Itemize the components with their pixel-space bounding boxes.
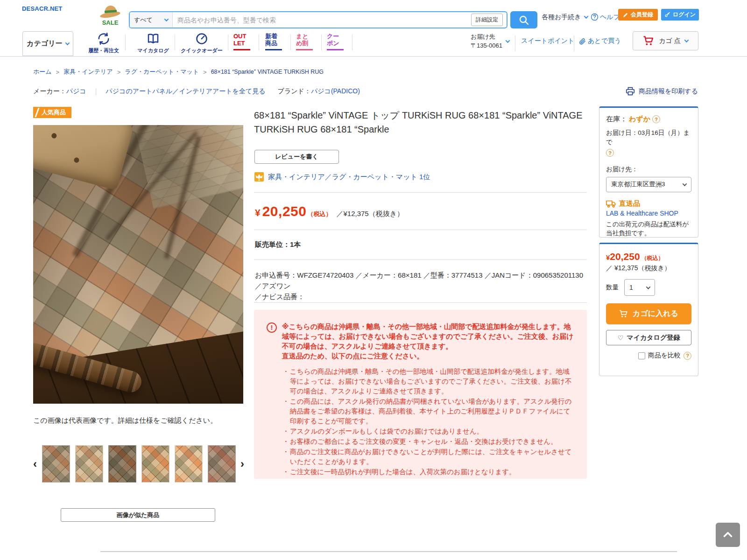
ranking-link[interactable]: 家具・インテリア／ラグ・カーペット・マット 1位	[268, 173, 430, 182]
breadcrumb: ホーム > 家具・インテリア > ラグ・カーペット・マット > 68×181 “…	[33, 68, 324, 76]
divider	[0, 56, 747, 57]
see-all-link[interactable]: パジコのアートパネル／インテリアアートを全て見る	[106, 87, 265, 96]
nav-item-new-products[interactable]: 新着 商品	[265, 33, 286, 50]
advanced-search-button[interactable]: 詳細設定	[471, 14, 503, 26]
divider	[352, 35, 352, 50]
breadcrumb-rug-category[interactable]: ラグ・カーペット・マット	[125, 68, 199, 76]
chevron-down-icon	[506, 38, 510, 43]
buy-later-label: あとで買う	[588, 37, 621, 45]
sales-unit: 販売単位：1本	[255, 240, 301, 249]
similar-image-button[interactable]: 画像が似た商品	[61, 508, 215, 522]
sweet-point-link[interactable]: スイートポイント	[521, 37, 574, 45]
delivery-date-label: お届け日：	[606, 129, 638, 136]
register-button[interactable]: 会員登録	[618, 9, 658, 21]
help-label: ヘルプ	[600, 13, 620, 21]
search-input[interactable]	[173, 16, 471, 24]
product-thumbnail[interactable]	[141, 445, 169, 483]
nav-quick-order-label: クイックオーダー	[181, 47, 223, 54]
cart-label: カゴ 点	[659, 37, 681, 45]
divider	[515, 35, 515, 51]
procedures-menu[interactable]: 各種お手続き	[542, 11, 588, 23]
outlet-label-line1: OUT	[233, 33, 254, 40]
product-thumbnail[interactable]	[175, 445, 203, 483]
category-menu-button[interactable]: カテゴリー	[22, 31, 73, 56]
login-button[interactable]: ログイン	[661, 9, 699, 21]
product-thumbnail[interactable]	[108, 445, 136, 483]
product-thumbnail[interactable]	[75, 445, 103, 483]
maker-link[interactable]: パジコ	[66, 87, 86, 96]
delivery-help-icon[interactable]: ?	[606, 149, 614, 157]
shop-link[interactable]: LAB & Healthcare SHOP	[606, 210, 691, 217]
help-link[interactable]: ヘルプ	[591, 11, 620, 23]
delivery-address-selector[interactable]: お届け先 〒135-0061	[471, 33, 509, 50]
reorder-icon	[97, 32, 111, 46]
thumbnail-prev-icon[interactable]: ‹	[33, 458, 37, 469]
ship-to-label: お届け先：	[606, 165, 691, 174]
cart-icon	[643, 35, 655, 46]
warning-bullet: お客様のご都合によるご注文後の変更・キャンセル・返品・交換はお受けできません。	[282, 437, 574, 447]
category-label: カテゴリー	[27, 39, 62, 48]
write-review-button[interactable]: レビューを書く	[254, 150, 339, 164]
scroll-to-top-button[interactable]	[716, 523, 740, 547]
compare-checkbox[interactable]	[638, 352, 645, 359]
product-codes: お申込番号：WFZGE74720403 ／メーカー：68×181 ／型番：377…	[255, 270, 588, 302]
thumbnail-next-icon[interactable]: ›	[240, 458, 244, 469]
nav-item-coupon[interactable]: クー ポン	[327, 33, 347, 50]
underline	[296, 49, 313, 50]
quantity-label: 数量	[606, 283, 619, 292]
search-bar: すべて 詳細設定	[129, 11, 507, 28]
matome-label-line2: め割	[296, 40, 317, 47]
cart-button[interactable]: カゴ 点	[633, 31, 698, 50]
search-icon	[518, 14, 529, 26]
search-button[interactable]	[510, 11, 537, 28]
compare-label: 商品を比較	[648, 351, 681, 360]
sale-campaign-icon[interactable]: SALE	[97, 6, 123, 26]
my-catalog-button[interactable]: ♡ マイカタログ登録	[606, 330, 691, 345]
new-label-line2: 商品	[265, 40, 286, 47]
coupon-label-line2: ポン	[327, 40, 347, 47]
underline	[265, 49, 282, 50]
stock-label: 在庫：	[606, 115, 627, 124]
brand-link[interactable]: パジコ(PADICO)	[311, 87, 360, 96]
product-main-image[interactable]	[33, 125, 243, 404]
print-product-info-link[interactable]: 商品情報を印刷する	[626, 87, 698, 96]
add-to-cart-button[interactable]: カゴに入れる	[606, 303, 691, 324]
printer-icon	[626, 87, 635, 96]
quantity-select[interactable]: 1	[624, 279, 655, 296]
heart-icon: ♡	[618, 334, 624, 342]
stock-help-icon[interactable]: ?	[652, 115, 660, 123]
ranking-row: 1 家具・インテリア／ラグ・カーペット・マット 1位	[254, 172, 430, 182]
thumbnail-strip: ‹ ›	[33, 444, 244, 485]
nav-item-outlet[interactable]: OUT LET	[233, 33, 254, 50]
sidebar-price-value: 20,250	[610, 251, 640, 262]
nav-item-history[interactable]: 履歴・再注文	[79, 32, 128, 54]
warning-bullet: 商品のご注文後に商品がお届けできないことが判明した際には、ご注文をキャンセルさせ…	[282, 447, 574, 467]
delivery-text: お届け先 〒135-0061	[471, 33, 502, 50]
compare-help-icon[interactable]: ?	[684, 352, 691, 360]
direct-shipping-row: 直送品	[606, 199, 691, 208]
divider	[125, 35, 126, 50]
nav-item-quick-order[interactable]: クイックオーダー	[177, 32, 226, 54]
chevron-down-icon	[164, 17, 169, 21]
nav-item-bundle-discount[interactable]: まと め割	[296, 33, 317, 50]
breadcrumb-furniture[interactable]: 家具・インテリア	[63, 68, 113, 76]
search-scope-select[interactable]: すべて	[130, 12, 173, 28]
product-thumbnail[interactable]	[208, 445, 236, 483]
warning-intro-text: ※こちらの商品は沖縄県・離島・その他一部地域・山間部で配送追加料金が発生します。…	[282, 322, 574, 350]
search-scope-value: すべて	[134, 16, 153, 24]
paperclip-icon	[579, 38, 586, 45]
nav-item-my-catalog[interactable]: マイカタログ	[129, 32, 177, 54]
buy-later-link[interactable]: あとで買う	[579, 37, 621, 45]
delivery-date-row: お届け日：03月16日（月）まで ?	[606, 128, 691, 158]
key-icon	[664, 12, 670, 18]
site-logo[interactable]: DESACR.NET	[22, 5, 63, 12]
cart-icon	[619, 309, 628, 318]
product-thumbnail[interactable]	[42, 445, 70, 483]
crown-rank-icon: 1	[254, 172, 264, 182]
ship-to-select[interactable]: 東京都江東区豊洲3	[606, 177, 691, 192]
breadcrumb-home[interactable]: ホーム	[33, 68, 52, 76]
breadcrumb-separator: >	[203, 69, 207, 76]
breadcrumb-separator: >	[117, 69, 121, 76]
sidebar-price-row: ¥ 20,250 （税込）	[606, 251, 691, 262]
product-title: 68×181 “Sparkle” ViNTAGE トップ TURKiSH RUG…	[254, 108, 588, 136]
